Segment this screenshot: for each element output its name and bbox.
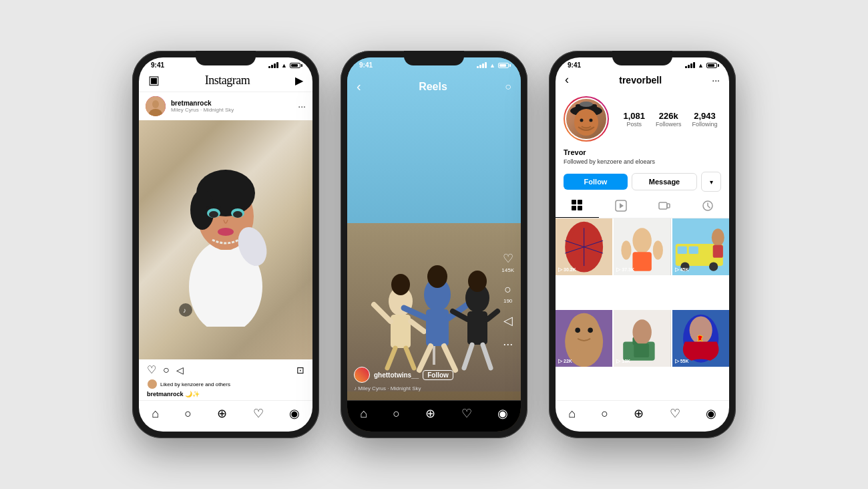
- tab2-create[interactable]: ⊕: [425, 406, 435, 421]
- reel-comments-count: 190: [503, 298, 512, 304]
- reel-avatar: [354, 367, 370, 383]
- battery-fill-3: [708, 64, 714, 67]
- svg-point-42: [590, 119, 593, 122]
- post-actions: ♡ ○ ◁ ⊡: [139, 359, 312, 379]
- svg-line-33: [453, 311, 467, 319]
- grid-item-5[interactable]: ▷ 18K: [614, 310, 670, 367]
- profile-followed-by: Followed by kenzoere and eloears: [556, 158, 729, 169]
- send-icon[interactable]: ▶: [295, 74, 303, 87]
- post-caption: bretmanrock 🌙✨: [139, 391, 312, 400]
- grid-item-2[interactable]: ▷ 37.3K: [614, 218, 670, 275]
- grid-item-3[interactable]: ▷ 45K: [672, 218, 729, 275]
- svg-line-35: [464, 345, 472, 368]
- tab2-profile[interactable]: ◉: [497, 406, 508, 421]
- signal-bars-1: [268, 62, 278, 68]
- feed-header: ▣ Instagram ▶: [139, 70, 312, 92]
- grid-item-1[interactable]: ▷ 30.2K: [556, 218, 612, 275]
- profile-more-button[interactable]: ···: [712, 75, 720, 86]
- tab3-home[interactable]: ⌂: [568, 407, 576, 421]
- phone-3: 9:41 ▲ ‹ trevorbell ···: [549, 51, 736, 438]
- profile-posts-label: Posts: [623, 121, 645, 128]
- reel-username: ghettotwins__: [374, 371, 419, 379]
- tab-create[interactable]: ⊕: [217, 406, 227, 421]
- bar2-1: [477, 66, 479, 68]
- profile-more-dropdown[interactable]: ▾: [701, 172, 721, 192]
- notch-2: [404, 51, 464, 65]
- svg-rect-65: [677, 247, 686, 254]
- svg-rect-24: [426, 309, 449, 346]
- like-button[interactable]: ♡: [147, 363, 156, 376]
- play-icon-4: ▷: [558, 358, 562, 364]
- reel-music: ♪ Miley Cyrus · Midnight Sky: [354, 385, 487, 391]
- profile-following-stat: 2,943 Following: [692, 111, 718, 128]
- grid-count-text-2: 37.3K: [622, 267, 634, 272]
- comment-button[interactable]: ○: [163, 364, 170, 376]
- tab-bar-3: ⌂ ○ ⊕ ♡ ◉: [556, 400, 729, 432]
- tab2-likes[interactable]: ♡: [461, 406, 472, 421]
- svg-line-36: [483, 345, 491, 368]
- svg-rect-49: [659, 202, 667, 209]
- profile-message-button[interactable]: Message: [632, 173, 697, 190]
- tab-grid[interactable]: [556, 194, 599, 218]
- grid-item-6[interactable]: ▷ 55K: [672, 310, 729, 367]
- grid-item-4[interactable]: ▷ 22K: [556, 310, 612, 367]
- tab3-search[interactable]: ○: [601, 407, 608, 421]
- reels-header: ‹ Reels ○: [347, 76, 521, 98]
- tab3-likes[interactable]: ♡: [670, 406, 680, 421]
- tab2-search[interactable]: ○: [393, 407, 400, 421]
- play-icon-2: ▷: [616, 267, 620, 273]
- svg-point-40: [574, 109, 598, 136]
- tab3-profile[interactable]: ◉: [706, 406, 716, 421]
- reels-back-button[interactable]: ‹: [357, 79, 361, 94]
- tab2-home[interactable]: ⌂: [360, 407, 367, 421]
- bar2-4: [485, 62, 487, 68]
- profile-username: trevorbell: [619, 75, 662, 86]
- profile-avatar-white: [565, 98, 608, 140]
- tab3-create[interactable]: ⊕: [634, 406, 644, 421]
- chevron-down-icon: ▾: [710, 178, 713, 186]
- caption-username: bretmanrock: [147, 391, 184, 397]
- tab-profile[interactable]: ◉: [289, 406, 300, 421]
- post-figure: ♪: [139, 120, 312, 359]
- tab-search[interactable]: ○: [184, 407, 192, 421]
- svg-rect-50: [667, 204, 670, 208]
- bookmark-button[interactable]: ⊡: [296, 365, 304, 375]
- reel-like-item: ♡ 145K: [501, 251, 514, 273]
- grid-count-text-4: 22K: [564, 359, 572, 363]
- svg-rect-60: [633, 252, 652, 271]
- bar-2: [271, 65, 273, 68]
- camera-icon[interactable]: ▣: [148, 73, 160, 88]
- tab-reels[interactable]: [599, 194, 642, 218]
- grid-count-text-1: 30.2K: [564, 267, 576, 272]
- grid-count-text-5: 18K: [622, 359, 630, 363]
- reels-camera-button[interactable]: ○: [505, 81, 511, 93]
- profile-follow-button[interactable]: Follow: [564, 174, 628, 190]
- profile-back-button[interactable]: ‹: [565, 73, 569, 87]
- status-time-3: 9:41: [568, 61, 581, 69]
- phone-1: 9:41 ▲ ▣ Instagram ▶: [132, 51, 319, 438]
- grid-count-text-3: 45K: [680, 267, 689, 272]
- tab-tagged[interactable]: [686, 194, 729, 218]
- bar3-3: [690, 63, 692, 68]
- caption-text: 🌙✨: [185, 391, 200, 397]
- bar2-3: [482, 63, 484, 68]
- reel-comment-button[interactable]: ○: [504, 283, 511, 297]
- reel-like-button[interactable]: ♡: [503, 251, 513, 266]
- svg-marker-48: [620, 203, 624, 208]
- share-button[interactable]: ◁: [176, 365, 184, 375]
- tab-likes[interactable]: ♡: [253, 406, 264, 421]
- grid-count-3: ▷ 45K: [675, 267, 689, 273]
- svg-point-75: [588, 328, 593, 333]
- app-title: Instagram: [205, 73, 250, 88]
- svg-point-1: [152, 100, 159, 108]
- tab-igtv[interactable]: [642, 194, 686, 218]
- reel-follow-button[interactable]: Follow: [423, 370, 453, 380]
- reel-more-button[interactable]: ···: [503, 337, 513, 351]
- svg-rect-70: [712, 245, 722, 258]
- profile-avatar-container: [564, 96, 609, 142]
- post-more-button[interactable]: ···: [298, 101, 306, 112]
- reel-share-button[interactable]: ◁: [503, 313, 513, 328]
- tab-home[interactable]: ⌂: [152, 407, 159, 421]
- svg-rect-66: [688, 247, 698, 254]
- svg-point-11: [233, 211, 242, 218]
